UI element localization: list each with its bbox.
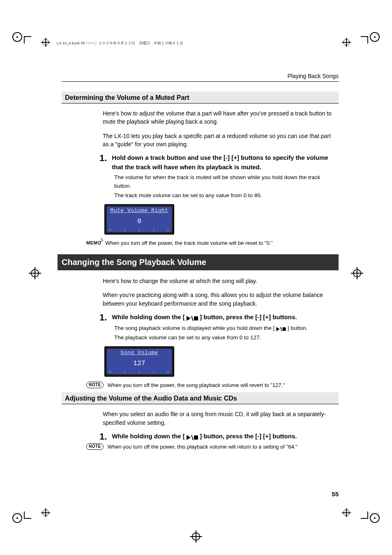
crop-mark-icon (12, 507, 29, 523)
memo-annotation: MEMO When you turn off the power, the tr… (86, 240, 339, 247)
note-text: When you turn off the power, this playba… (108, 443, 297, 451)
step-body: The playback volume can be set to any va… (114, 334, 335, 342)
step-number: 1. (99, 432, 107, 442)
memo-text: When you turn off the power, the track m… (105, 240, 273, 247)
document-page: LX-10_e.book 55 ページ ２００８年９月２２日 月曜日 午前１０時… (0, 0, 392, 555)
svg-rect-2 (194, 316, 198, 320)
crop-mark-icon (12, 32, 29, 48)
step-body: The track mute volume can be set to any … (114, 191, 335, 200)
paragraph: When you're practicing along with a song… (103, 291, 335, 308)
svg-line-4 (280, 327, 281, 331)
svg-marker-0 (187, 316, 191, 321)
section-breadcrumb: Playing Back Songs (62, 73, 339, 79)
crop-mark-icon (363, 507, 380, 523)
registration-mark-icon (190, 530, 202, 543)
lcd-value: 127 (107, 356, 172, 367)
step-body: The volume for when the track is muted w… (114, 173, 335, 191)
paragraph: Here's how to change the volume at which… (103, 277, 335, 285)
note-tag: NOTE (86, 443, 104, 450)
subsection-heading-audio: Adjusting the Volume of the Audio Data a… (62, 392, 339, 404)
svg-marker-6 (187, 435, 191, 440)
divider (62, 81, 339, 82)
lcd-preview-song: Song Volume 127 ▽|||▷ (104, 346, 174, 377)
step-1-song: 1. While holding down the [ ] button, pr… (99, 313, 339, 322)
registration-mark-icon (41, 508, 50, 517)
step-number: 1. (99, 153, 107, 163)
step-body: The song playback volume is displayed wh… (114, 324, 335, 333)
play-stop-icon (276, 325, 286, 333)
paragraph: When you select an audio file or a song … (103, 410, 335, 427)
step-instruction: Hold down a track button and use the [-]… (112, 153, 339, 172)
lcd-preview-mute: Mute Volume Right 0 ▽|||▷ (104, 204, 174, 235)
note-tag: NOTE (86, 382, 104, 388)
registration-mark-icon (29, 267, 41, 279)
svg-line-7 (191, 435, 193, 440)
step-number: 1. (99, 313, 107, 322)
lcd-title: Song Volume (107, 349, 172, 356)
svg-rect-5 (282, 327, 286, 330)
lcd-value: 0 (107, 214, 172, 225)
paragraph: Here's how to adjust the volume that a p… (103, 109, 335, 126)
step-instruction: While holding down the [ ] button, press… (112, 432, 297, 441)
play-stop-icon (187, 313, 198, 323)
svg-marker-3 (276, 327, 279, 331)
lcd-title: Mute Volume Right (107, 207, 172, 214)
svg-line-1 (191, 316, 193, 321)
page-content: LX-10_e.book 55 ページ ２００８年９月２２日 月曜日 午前１０時… (62, 39, 339, 497)
section-heading-song-volume: Changing the Song Playback Volume (58, 254, 339, 270)
step-1-audio: 1. While holding down the [ ] button, pr… (99, 432, 339, 442)
registration-mark-icon (342, 508, 351, 517)
registration-mark-icon (342, 38, 351, 47)
step-1-mute: 1. Hold down a track button and use the … (99, 153, 339, 172)
step-instruction: While holding down the [ ] button, press… (112, 313, 297, 322)
crop-mark-icon (363, 32, 380, 48)
registration-mark-icon (41, 38, 50, 47)
play-stop-icon (187, 433, 198, 442)
registration-mark-icon (351, 267, 363, 279)
memo-tag: MEMO (86, 240, 101, 246)
paragraph: The LX-10 lets you play back a specific … (103, 132, 335, 149)
subsection-heading-mute: Determining the Volume of a Muted Part (62, 92, 339, 104)
page-number: 55 (332, 491, 339, 497)
svg-rect-8 (194, 435, 198, 440)
note-annotation: NOTE When you turn off the power, the so… (86, 382, 339, 389)
note-annotation: NOTE When you turn off the power, this p… (86, 443, 339, 451)
ebook-header-line: LX-10_e.book 55 ページ ２００８年９月２２日 月曜日 午前１０時… (57, 41, 339, 46)
note-text: When you turn off the power, the song pl… (108, 382, 285, 389)
